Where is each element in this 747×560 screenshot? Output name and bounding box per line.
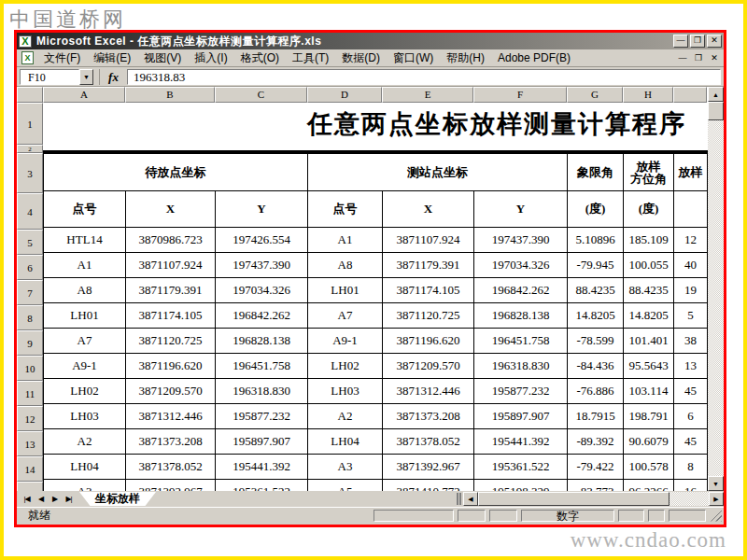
cell[interactable]: LH01 bbox=[44, 303, 126, 329]
column-header-a[interactable]: A bbox=[43, 87, 125, 103]
cell[interactable]: 3871174.105 bbox=[383, 278, 474, 303]
hscroll-right-icon[interactable]: ▶ bbox=[709, 492, 724, 506]
cell[interactable]: 198.791 bbox=[624, 404, 674, 429]
cell[interactable]: 88.4235 bbox=[568, 278, 624, 303]
cell[interactable]: 3871120.725 bbox=[126, 329, 216, 354]
row-header-12[interactable]: 12 bbox=[17, 406, 43, 431]
menu-file[interactable]: 文件(F) bbox=[37, 49, 87, 68]
cell[interactable]: 195897.907 bbox=[474, 404, 568, 429]
cell[interactable]: 197034.326 bbox=[474, 253, 568, 278]
cell[interactable]: 3871209.570 bbox=[126, 379, 216, 404]
cell[interactable]: 185.109 bbox=[624, 228, 674, 253]
row-header-15[interactable]: 15 bbox=[17, 482, 43, 491]
cell[interactable]: A9-1 bbox=[44, 354, 126, 379]
cell[interactable]: A3 bbox=[44, 480, 126, 492]
name-box-dropdown-icon[interactable]: ▼ bbox=[79, 69, 93, 85]
cell[interactable]: 3871120.725 bbox=[383, 303, 474, 329]
horizontal-scroll-thumb[interactable] bbox=[478, 492, 669, 506]
column-header-d[interactable]: D bbox=[307, 87, 382, 103]
menu-tools[interactable]: 工具(T) bbox=[286, 49, 335, 68]
cell[interactable]: 6 bbox=[674, 404, 708, 429]
cell[interactable]: 196828.138 bbox=[216, 329, 308, 354]
tab-first-icon[interactable]: |◀ bbox=[20, 495, 34, 503]
cell[interactable]: 195877.232 bbox=[474, 379, 568, 404]
cell[interactable]: A3 bbox=[308, 455, 383, 480]
minimize-button[interactable]: — bbox=[673, 35, 688, 48]
cell[interactable]: 14.8205 bbox=[568, 303, 624, 329]
column-header-h[interactable]: H bbox=[623, 87, 673, 103]
cell[interactable]: -78.599 bbox=[568, 329, 624, 354]
cell[interactable]: 3871378.052 bbox=[126, 455, 216, 480]
column-header-e[interactable]: E bbox=[382, 87, 473, 103]
row-header-3[interactable]: 3 bbox=[17, 153, 43, 193]
cell[interactable]: 45 bbox=[674, 429, 708, 455]
menu-adobe-pdf[interactable]: Adobe PDF(B) bbox=[491, 49, 577, 66]
cell[interactable]: HTL14 bbox=[44, 228, 126, 253]
menu-help[interactable]: 帮助(H) bbox=[440, 49, 491, 68]
cell[interactable]: 196451.758 bbox=[474, 329, 568, 354]
cell[interactable]: 3871312.446 bbox=[126, 404, 216, 429]
cell[interactable]: 16 bbox=[674, 480, 708, 492]
header-point-no[interactable]: 点号 bbox=[44, 191, 126, 228]
header-y[interactable]: Y bbox=[474, 191, 568, 228]
cell[interactable]: 3871196.620 bbox=[126, 354, 216, 379]
cell[interactable]: 5 bbox=[674, 303, 708, 329]
tab-prev-icon[interactable]: ◀ bbox=[34, 495, 48, 503]
column-header-b[interactable]: B bbox=[125, 87, 215, 103]
row-header-4[interactable]: 4 bbox=[17, 193, 43, 230]
menu-format[interactable]: 格式(O) bbox=[234, 49, 286, 68]
cell[interactable]: 196842.262 bbox=[474, 278, 568, 303]
cell[interactable]: 100.578 bbox=[624, 455, 674, 480]
column-header-c[interactable]: C bbox=[215, 87, 307, 103]
fx-icon[interactable]: fx bbox=[99, 69, 127, 85]
name-box[interactable]: F10 bbox=[20, 69, 79, 85]
cell[interactable]: LH04 bbox=[308, 429, 383, 455]
column-header-f[interactable]: F bbox=[473, 87, 567, 103]
cell[interactable]: 3871373.208 bbox=[126, 429, 216, 455]
cell[interactable]: A1 bbox=[44, 253, 126, 278]
cell[interactable]: 3871107.924 bbox=[383, 228, 474, 253]
cell[interactable]: 3871410.772 bbox=[383, 480, 474, 492]
cell[interactable]: LH02 bbox=[44, 379, 126, 404]
cell[interactable]: 95.5643 bbox=[624, 354, 674, 379]
cell[interactable]: 5.10896 bbox=[568, 228, 624, 253]
cell[interactable]: 196828.138 bbox=[474, 303, 568, 329]
cell[interactable]: A1 bbox=[308, 228, 383, 253]
row-header-6[interactable]: 6 bbox=[17, 255, 43, 280]
sheet-tab-active[interactable]: 坐标放样 bbox=[79, 492, 156, 506]
row-header-14[interactable]: 14 bbox=[17, 456, 43, 482]
cell[interactable]: 3871179.391 bbox=[126, 278, 216, 303]
header-azimuth[interactable]: 放样 方位角 bbox=[624, 154, 674, 191]
workbook-restore-button[interactable]: ❐ bbox=[692, 52, 705, 64]
cell[interactable]: 197437.390 bbox=[216, 253, 308, 278]
scroll-up-icon[interactable]: ▲ bbox=[708, 87, 724, 102]
cell[interactable]: 12 bbox=[674, 228, 708, 253]
cell[interactable]: 3871179.391 bbox=[383, 253, 474, 278]
cell[interactable]: A8 bbox=[308, 253, 383, 278]
cell[interactable]: LH03 bbox=[308, 379, 383, 404]
cell[interactable]: 18.7915 bbox=[568, 404, 624, 429]
cell[interactable]: 103.114 bbox=[624, 379, 674, 404]
menu-insert[interactable]: 插入(I) bbox=[188, 49, 233, 68]
cell[interactable]: 13 bbox=[674, 354, 708, 379]
cell[interactable]: 3871209.570 bbox=[383, 354, 474, 379]
header-point-no[interactable]: 点号 bbox=[308, 191, 383, 228]
horizontal-scroll-track[interactable] bbox=[669, 492, 709, 506]
cell[interactable]: -76.886 bbox=[568, 379, 624, 404]
column-header-g[interactable]: G bbox=[567, 87, 623, 103]
cell[interactable]: 40 bbox=[674, 253, 708, 278]
cell[interactable]: A9-1 bbox=[308, 329, 383, 354]
tab-split-handle[interactable] bbox=[457, 493, 461, 505]
cell[interactable]: 101.401 bbox=[624, 329, 674, 354]
cell[interactable]: 8 bbox=[674, 455, 708, 480]
cell[interactable]: 195441.392 bbox=[474, 429, 568, 455]
hscroll-left-icon[interactable]: ◀ bbox=[463, 492, 478, 506]
cell[interactable]: 3870986.723 bbox=[126, 228, 216, 253]
cell[interactable]: A7 bbox=[308, 303, 383, 329]
row-header-13[interactable]: 13 bbox=[17, 431, 43, 456]
cell[interactable]: LH01 bbox=[308, 278, 383, 303]
select-all-corner[interactable] bbox=[17, 87, 43, 103]
cell[interactable]: 197034.326 bbox=[216, 278, 308, 303]
cell[interactable]: 38 bbox=[674, 329, 708, 354]
cell[interactable]: 3871373.208 bbox=[383, 404, 474, 429]
